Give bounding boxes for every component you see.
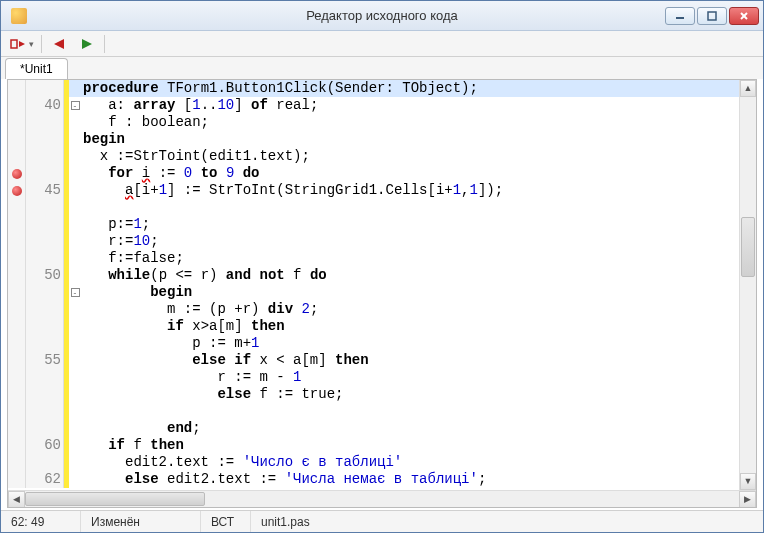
code-line[interactable]: r := m - 1: [8, 369, 739, 386]
code-line[interactable]: p := m+1: [8, 335, 739, 352]
fold-gutter[interactable]: [69, 352, 81, 369]
maximize-button[interactable]: [697, 7, 727, 25]
code-line[interactable]: edit2.text := 'Число є в таблиці': [8, 454, 739, 471]
fold-gutter[interactable]: [69, 148, 81, 165]
vertical-scrollbar[interactable]: ▲ ▼: [739, 80, 756, 490]
back-button[interactable]: [49, 34, 71, 54]
code-text[interactable]: begin: [81, 131, 125, 148]
code-text[interactable]: end;: [81, 420, 201, 437]
code-line[interactable]: x :=StrToint(edit1.text);: [8, 148, 739, 165]
code-text[interactable]: [81, 403, 83, 420]
fold-gutter[interactable]: [69, 267, 81, 284]
code-line[interactable]: begin: [8, 131, 739, 148]
gutter-marker[interactable]: [8, 199, 26, 216]
fold-gutter[interactable]: [69, 131, 81, 148]
code-text[interactable]: a[i+1] := StrToInt(StringGrid1.Cells[i+1…: [81, 182, 503, 199]
code-line[interactable]: 50 while(p <= r) and not f do: [8, 267, 739, 284]
fold-gutter[interactable]: [69, 216, 81, 233]
jump-button[interactable]: [7, 34, 29, 54]
code-text[interactable]: r:=10;: [81, 233, 159, 250]
fold-gutter[interactable]: [69, 250, 81, 267]
code-text[interactable]: p := m+1: [81, 335, 259, 352]
code-text[interactable]: for i := 0 to 9 do: [81, 165, 260, 182]
fold-gutter[interactable]: [69, 386, 81, 403]
code-area[interactable]: procedure TForm1.Button1Click(Sender: TO…: [8, 80, 739, 490]
fold-gutter[interactable]: [69, 80, 81, 97]
minimize-button[interactable]: [665, 7, 695, 25]
code-text[interactable]: if x>a[m] then: [81, 318, 285, 335]
code-line[interactable]: [8, 199, 739, 216]
fold-icon[interactable]: -: [71, 288, 80, 297]
fold-gutter[interactable]: [69, 335, 81, 352]
code-text[interactable]: [81, 199, 83, 216]
gutter-marker[interactable]: [8, 216, 26, 233]
fold-gutter[interactable]: [69, 182, 81, 199]
code-line[interactable]: 40- a: array [1..10] of real;: [8, 97, 739, 114]
gutter-marker[interactable]: [8, 403, 26, 420]
fold-gutter[interactable]: [69, 318, 81, 335]
code-line[interactable]: if x>a[m] then: [8, 318, 739, 335]
fold-gutter[interactable]: [69, 114, 81, 131]
fold-gutter[interactable]: [69, 165, 81, 182]
fold-gutter[interactable]: [69, 369, 81, 386]
code-text[interactable]: x :=StrToint(edit1.text);: [81, 148, 310, 165]
hscroll-track[interactable]: [25, 491, 739, 507]
code-text[interactable]: procedure TForm1.Button1Click(Sender: TO…: [81, 80, 478, 97]
horizontal-scrollbar[interactable]: ◀ ▶: [8, 490, 756, 507]
gutter-marker[interactable]: [8, 131, 26, 148]
fold-gutter[interactable]: [69, 233, 81, 250]
gutter-marker[interactable]: [8, 97, 26, 114]
gutter-marker[interactable]: [8, 284, 26, 301]
gutter-marker[interactable]: [8, 148, 26, 165]
gutter-marker[interactable]: [8, 318, 26, 335]
gutter-marker[interactable]: [8, 454, 26, 471]
code-line[interactable]: 45 a[i+1] := StrToInt(StringGrid1.Cells[…: [8, 182, 739, 199]
dropdown-icon[interactable]: ▾: [29, 39, 34, 49]
code-line[interactable]: else f := true;: [8, 386, 739, 403]
gutter-marker[interactable]: [8, 352, 26, 369]
fold-gutter[interactable]: [69, 454, 81, 471]
gutter-marker[interactable]: [8, 471, 26, 488]
code-line[interactable]: 60 if f then: [8, 437, 739, 454]
code-line[interactable]: p:=1;: [8, 216, 739, 233]
forward-button[interactable]: [75, 34, 97, 54]
gutter-marker[interactable]: [8, 267, 26, 284]
close-button[interactable]: [729, 7, 759, 25]
gutter-marker[interactable]: [8, 301, 26, 318]
fold-gutter[interactable]: [69, 403, 81, 420]
fold-gutter[interactable]: [69, 437, 81, 454]
code-text[interactable]: edit2.text := 'Число є в таблиці': [81, 454, 402, 471]
scroll-up-button[interactable]: ▲: [740, 80, 756, 97]
code-line[interactable]: f : boolean;: [8, 114, 739, 131]
code-text[interactable]: else if x < a[m] then: [81, 352, 369, 369]
scroll-down-button[interactable]: ▼: [740, 473, 756, 490]
fold-gutter[interactable]: [69, 420, 81, 437]
code-line[interactable]: [8, 403, 739, 420]
code-line[interactable]: procedure TForm1.Button1Click(Sender: TO…: [8, 80, 739, 97]
fold-gutter[interactable]: [69, 471, 81, 488]
code-line[interactable]: f:=false;: [8, 250, 739, 267]
breakpoint-icon[interactable]: [12, 169, 22, 179]
code-text[interactable]: m := (p +r) div 2;: [81, 301, 318, 318]
gutter-marker[interactable]: [8, 369, 26, 386]
fold-gutter[interactable]: [69, 301, 81, 318]
code-text[interactable]: a: array [1..10] of real;: [81, 97, 318, 114]
fold-gutter[interactable]: [69, 199, 81, 216]
gutter-marker[interactable]: [8, 420, 26, 437]
fold-gutter[interactable]: -: [69, 97, 81, 114]
gutter-marker[interactable]: [8, 386, 26, 403]
code-line[interactable]: end;: [8, 420, 739, 437]
hscroll-thumb[interactable]: [25, 492, 205, 506]
fold-gutter[interactable]: -: [69, 284, 81, 301]
gutter-marker[interactable]: [8, 165, 26, 182]
gutter-marker[interactable]: [8, 437, 26, 454]
code-text[interactable]: if f then: [81, 437, 184, 454]
gutter-marker[interactable]: [8, 182, 26, 199]
breakpoint-icon[interactable]: [12, 186, 22, 196]
gutter-marker[interactable]: [8, 80, 26, 97]
code-line[interactable]: 62 else edit2.text := 'Числа немає в таб…: [8, 471, 739, 488]
gutter-marker[interactable]: [8, 335, 26, 352]
code-line[interactable]: 55 else if x < a[m] then: [8, 352, 739, 369]
scroll-track[interactable]: [740, 97, 756, 473]
gutter-marker[interactable]: [8, 233, 26, 250]
